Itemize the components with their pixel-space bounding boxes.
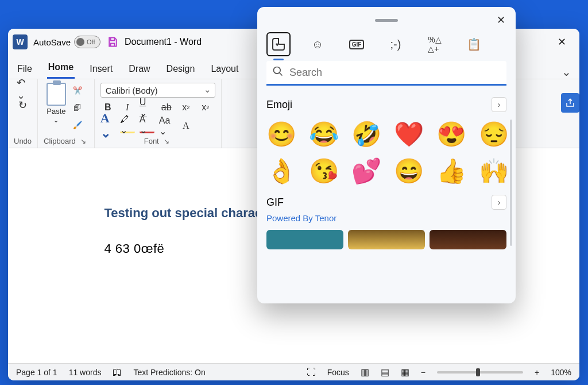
emoji-more-button[interactable]: › — [492, 97, 506, 112]
gif-icon: GIF — [349, 40, 365, 49]
paste-icon — [47, 83, 66, 106]
panel-grip[interactable] — [375, 19, 398, 22]
focus-mode-button[interactable]: ⛶ — [307, 367, 316, 378]
emoji-item[interactable]: 😘 — [309, 159, 339, 183]
emoji-item[interactable]: 😂 — [309, 122, 339, 147]
paste-label: Paste — [47, 107, 65, 116]
emoji-item[interactable]: 👍 — [436, 159, 466, 183]
highlight-button[interactable]: 🖍 ⌄ — [120, 118, 135, 133]
undo-group: ↶ ⌄ ↻ Undo — [8, 79, 38, 148]
status-page[interactable]: Page 1 of 1 — [16, 368, 57, 377]
tab-stickers[interactable]: ♥ — [266, 32, 291, 56]
sticker-icon: ♥ — [272, 38, 285, 51]
document-title: Document1 - Word — [125, 37, 202, 47]
emoji-item[interactable]: 😍 — [436, 122, 466, 147]
emoji-item[interactable]: 😔 — [479, 122, 509, 147]
tab-draw[interactable]: Draw — [127, 59, 151, 79]
change-case-button[interactable]: Aa ⌄ — [159, 118, 174, 133]
tab-symbols[interactable]: %△△+ — [423, 32, 447, 56]
tab-layout[interactable]: Layout — [210, 59, 239, 79]
tab-emoji[interactable]: ☺ — [305, 32, 330, 56]
autosave-toggle[interactable]: AutoSave Off — [33, 36, 100, 48]
tab-home[interactable]: Home — [47, 57, 75, 79]
clipboard-launcher-icon[interactable]: ↘ — [80, 137, 88, 145]
gif-more-button[interactable]: › — [492, 195, 506, 210]
gif-thumbnail[interactable] — [266, 230, 343, 249]
emoji-picker-panel: ✕ ♥ ☺ GIF ;-) %△△+ 📋 Emoji › 😊 😂 🤣 ❤️ 😍 … — [257, 7, 516, 303]
svg-point-0 — [274, 67, 281, 74]
status-bar: Page 1 of 1 11 words 🕮 Text Predictions:… — [8, 363, 579, 380]
paste-button[interactable]: Paste ⌄ — [47, 83, 66, 124]
cut-button[interactable]: ✂️ — [69, 83, 86, 98]
emoji-search[interactable] — [266, 61, 506, 86]
emoji-search-input[interactable] — [289, 67, 501, 79]
emoji-item[interactable]: 🙌 — [479, 159, 509, 183]
subscript-button[interactable]: x2 — [179, 100, 194, 115]
font-group-label: Font — [144, 136, 159, 145]
italic-button[interactable]: I — [120, 100, 135, 115]
status-predictions[interactable]: Text Predictions: On — [133, 368, 205, 377]
panel-scrollbar[interactable] — [510, 120, 512, 246]
status-word-count[interactable]: 11 words — [69, 368, 102, 377]
emoji-item[interactable]: 😊 — [266, 122, 296, 147]
emoji-item[interactable]: 💕 — [351, 159, 381, 183]
tab-clipboard-history[interactable]: 📋 — [462, 32, 486, 56]
zoom-in-button[interactable]: + — [535, 368, 539, 377]
emoji-item[interactable]: ❤️ — [394, 122, 424, 147]
gif-row — [266, 230, 506, 249]
emoji-section-heading: Emoji — [266, 99, 292, 111]
gif-thumbnail[interactable] — [430, 230, 506, 249]
clear-formatting-button[interactable]: A — [179, 118, 194, 133]
emoji-item[interactable]: 👌 — [266, 159, 296, 183]
clipboard-group-label: Clipboard — [44, 136, 76, 145]
zoom-value[interactable]: 100% — [551, 368, 571, 377]
clipboard-group: Paste ⌄ ✂️ 🗐 🖌️ Clipboard ↘ — [38, 79, 95, 148]
tab-kaomoji[interactable]: ;-) — [384, 32, 408, 56]
tab-file[interactable]: File — [16, 59, 33, 79]
gif-thumbnail[interactable] — [348, 230, 425, 249]
panel-close-button[interactable]: ✕ — [497, 14, 505, 26]
strikethrough-button[interactable]: ab — [159, 100, 174, 115]
picker-category-tabs: ♥ ☺ GIF ;-) %△△+ 📋 — [266, 29, 506, 61]
save-icon[interactable] — [106, 36, 119, 48]
undo-button[interactable]: ↶ ⌄ — [17, 83, 29, 95]
emoji-item[interactable]: 😄 — [394, 159, 424, 183]
emoji-grid: 😊 😂 🤣 ❤️ 😍 😔 👌 😘 💕 😄 👍 🙌 — [266, 122, 506, 183]
ribbon-collapse-button[interactable]: ⌄ — [562, 65, 571, 79]
symbols-icon: %△△+ — [428, 35, 441, 53]
autosave-label: AutoSave — [33, 37, 71, 47]
emoji-item[interactable]: 🤣 — [351, 122, 381, 147]
redo-button[interactable]: ↻ — [17, 99, 29, 111]
word-logo-icon: W — [13, 34, 28, 49]
text-effects-button[interactable]: A ⌄ — [100, 118, 115, 133]
spellcheck-icon[interactable]: 🕮 — [113, 367, 122, 378]
share-button[interactable] — [561, 93, 579, 113]
clipboard-icon: 📋 — [467, 37, 481, 51]
underline-button[interactable]: U ⌄ — [140, 100, 154, 115]
focus-label[interactable]: Focus — [327, 368, 349, 377]
copy-button[interactable]: 🗐 — [69, 100, 86, 115]
zoom-slider[interactable] — [437, 371, 523, 374]
font-name-select[interactable]: Calibri (Body) — [100, 83, 215, 98]
tenor-attribution[interactable]: Powered By Tenor — [266, 213, 506, 223]
tab-gif[interactable]: GIF — [345, 32, 369, 56]
read-mode-icon[interactable]: ▥ — [361, 367, 369, 378]
font-launcher-icon[interactable]: ↘ — [164, 137, 172, 145]
undo-group-label: Undo — [14, 136, 32, 145]
font-group: Calibri (Body) B I U ⌄ ab x2 x2 A ⌄ 🖍 ⌄ … — [95, 79, 222, 148]
superscript-button[interactable]: x2 — [198, 100, 213, 115]
autosave-state: Off — [87, 38, 95, 45]
search-icon — [272, 66, 284, 79]
gif-section-heading: GIF — [266, 197, 284, 209]
kaomoji-icon: ;-) — [390, 38, 401, 51]
web-layout-icon[interactable]: ▦ — [401, 367, 409, 378]
zoom-out-button[interactable]: − — [421, 368, 425, 377]
window-close-button[interactable]: ✕ — [548, 36, 575, 48]
smiley-icon: ☺ — [312, 38, 323, 51]
tab-design[interactable]: Design — [165, 59, 196, 79]
print-layout-icon[interactable]: ▤ — [381, 367, 389, 378]
font-color-button[interactable]: A ⌄ — [140, 118, 154, 133]
tab-insert[interactable]: Insert — [88, 59, 114, 79]
format-painter-button[interactable]: 🖌️ — [69, 117, 86, 132]
